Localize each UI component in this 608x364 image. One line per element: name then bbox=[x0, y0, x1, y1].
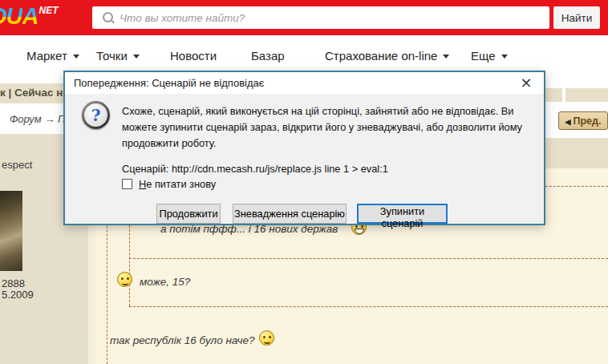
script-warning-dialog: Попередження: Сценарій не відповідає × ?… bbox=[63, 71, 545, 225]
logo-letter: A bbox=[22, 3, 39, 30]
inner-quote-border-bottom bbox=[129, 258, 608, 259]
question-glyph: ? bbox=[91, 106, 101, 125]
search-icon bbox=[103, 12, 114, 23]
debug-script-button[interactable]: Зневадження сценарію bbox=[233, 204, 347, 224]
logo-letter: U bbox=[6, 3, 22, 30]
quote-border-bottom bbox=[129, 306, 608, 307]
nav-item-label: Маркет bbox=[26, 49, 67, 63]
nav-item-label: Новости bbox=[170, 49, 217, 63]
dialog-title: Попередження: Сценарій не відповідає bbox=[74, 77, 264, 89]
thinking-emoji bbox=[117, 272, 132, 287]
breadcrumb[interactable]: Форум → По bbox=[10, 113, 71, 125]
close-icon[interactable]: × bbox=[518, 74, 534, 91]
nav-item-label: Страхование on-line bbox=[325, 49, 437, 63]
nav-item-news[interactable]: Новости bbox=[170, 49, 217, 63]
logo-letter: O bbox=[0, 3, 6, 30]
chevron-down-icon bbox=[133, 55, 140, 59]
chevron-down-icon bbox=[501, 55, 508, 59]
left-triangle-icon: ◀ bbox=[565, 118, 571, 126]
search-box bbox=[92, 6, 549, 29]
dont-ask-again-label: Не питати знову bbox=[139, 178, 216, 190]
search-input[interactable] bbox=[120, 6, 541, 29]
nav-item-bazaar[interactable]: Базар bbox=[251, 49, 285, 63]
nav-item-insurance[interactable]: Страхование on-line bbox=[325, 49, 449, 63]
browser-page: OUANET Найти Маркет Точки Новости Базар … bbox=[0, 0, 608, 364]
nav-item-points[interactable]: Точки bbox=[96, 49, 140, 63]
continue-button[interactable]: Продовжити bbox=[156, 204, 221, 224]
dialog-titlebar: Попередження: Сценарій не відповідає × bbox=[65, 72, 544, 94]
nav-item-label: Точки bbox=[96, 49, 128, 63]
logo-suffix: NET bbox=[39, 5, 58, 16]
previous-page-button[interactable]: ◀Пред. bbox=[558, 111, 608, 130]
mnemonic-letter: Н bbox=[139, 178, 146, 190]
chevron-down-icon bbox=[73, 55, 79, 59]
search-button[interactable]: Найти bbox=[553, 6, 600, 29]
forum-header-cell bbox=[545, 88, 562, 102]
label-rest: е питати знову bbox=[146, 178, 216, 190]
site-logo[interactable]: OUANET bbox=[0, 3, 58, 30]
nav-item-label: Базар bbox=[251, 49, 285, 63]
forum-header-cell bbox=[565, 88, 608, 102]
nav-item-market[interactable]: Маркет bbox=[26, 49, 79, 63]
reply-post-text: може, 15? bbox=[140, 276, 190, 288]
site-header: OUANET Найти bbox=[0, 0, 608, 35]
reply-post-text: так республік 16 було наче? bbox=[110, 334, 254, 346]
dont-ask-again-row[interactable]: Не питати знову bbox=[122, 178, 216, 190]
chevron-down-icon bbox=[443, 55, 449, 59]
registration-date: 5.2009 bbox=[2, 289, 34, 301]
forum-header-text: к | Сейчас н bbox=[0, 87, 63, 99]
dont-ask-again-checkbox[interactable] bbox=[122, 179, 132, 189]
question-icon-inner: ? bbox=[84, 103, 107, 127]
stop-script-button[interactable]: Зупинити сценарій bbox=[357, 204, 448, 224]
thinking-emoji bbox=[259, 330, 274, 346]
respect-label: espect bbox=[2, 159, 32, 171]
question-icon: ? bbox=[82, 101, 110, 129]
nav-item-more[interactable]: Еще bbox=[471, 49, 508, 63]
previous-page-label: Пред. bbox=[573, 115, 601, 127]
script-url-line: Сценарій: http://cdn.mecash.ru/js/replac… bbox=[122, 163, 388, 175]
dialog-message: Схоже, сценарій, який виконується на цій… bbox=[122, 103, 533, 152]
post-count: 2888 bbox=[2, 277, 25, 289]
inner-quote-border-left bbox=[129, 225, 130, 306]
nav-item-label: Еще bbox=[471, 49, 496, 63]
post-header-band bbox=[545, 138, 608, 168]
avatar bbox=[0, 191, 22, 271]
